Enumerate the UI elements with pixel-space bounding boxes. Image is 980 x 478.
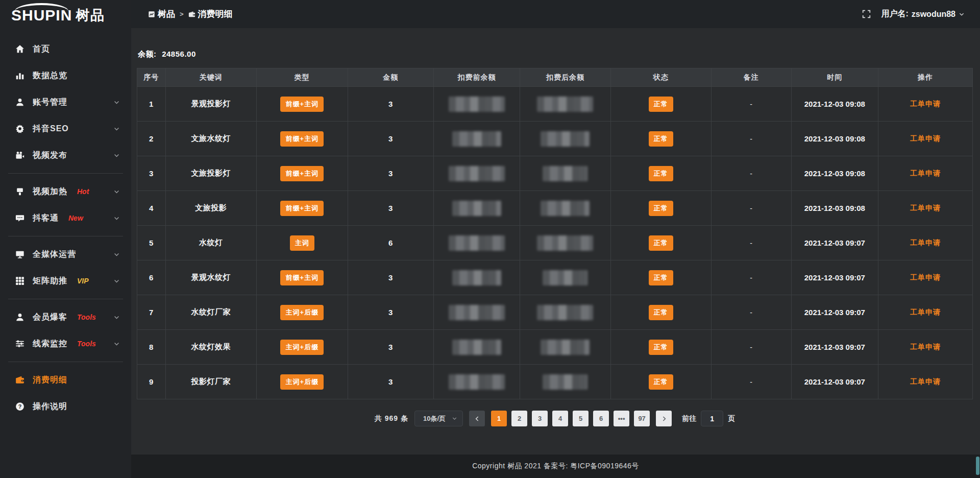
cell-amount: 3 [348, 122, 434, 156]
cell-amount: 3 [348, 191, 434, 226]
column-header-6: 状态 [611, 68, 711, 87]
cell-index: 3 [137, 156, 166, 191]
type-badge: 主词+后缀 [280, 374, 324, 390]
goto-page-input[interactable] [701, 411, 723, 426]
sidebar-item-video-heat[interactable]: 视频加热 Hot [0, 178, 131, 205]
sidebar-item-home[interactable]: 首页 [0, 36, 131, 62]
chevron-down-icon [113, 126, 120, 132]
app-logo[interactable]: SHUPIN 树品 [0, 0, 131, 31]
sidebar-item-douketong[interactable]: 抖客通 New [0, 205, 131, 231]
cell-balance-before [434, 260, 520, 295]
work-order-link[interactable]: 工单申请 [910, 204, 941, 212]
status-badge: 正常 [649, 305, 673, 320]
cell-action: 工单申请 [878, 87, 972, 122]
page-ellipsis-button[interactable]: ••• [614, 411, 629, 426]
sidebar-item-label: 视频加热 [33, 186, 67, 197]
sidebar-item-video-publish[interactable]: 视频发布 [0, 142, 131, 169]
sidebar-item-data-overview[interactable]: 数据总览 [0, 62, 131, 89]
censored-value [452, 340, 501, 355]
menu-divider [8, 299, 123, 299]
home-icon [15, 44, 25, 54]
fullscreen-icon[interactable] [862, 10, 871, 18]
page-button-4[interactable]: 4 [552, 411, 568, 426]
cell-keyword: 水纹灯效果 [165, 330, 256, 365]
work-order-link[interactable]: 工单申请 [910, 100, 941, 108]
cell-balance-after [520, 330, 610, 365]
page-size-select[interactable]: 10条/页 [414, 411, 463, 426]
cell-balance-before [434, 87, 520, 122]
cell-remark: - [711, 191, 791, 226]
cell-remark: - [711, 122, 791, 156]
pagination: 共 969 条 10条/页 123456•••97 前往 页 [137, 411, 973, 426]
page-button-3[interactable]: 3 [532, 411, 548, 426]
censored-value [541, 340, 590, 355]
work-order-link[interactable]: 工单申请 [910, 377, 941, 386]
cell-status: 正常 [611, 191, 711, 226]
breadcrumb-current[interactable]: 消费明细 [188, 8, 233, 20]
sidebar-item-badge: VIP [77, 277, 89, 285]
status-badge: 正常 [649, 374, 673, 390]
page-button-2[interactable]: 2 [511, 411, 527, 426]
sidebar-item-account-management[interactable]: 账号管理 [0, 89, 131, 115]
chevron-down-icon [113, 152, 120, 159]
balance-label: 余额: [138, 50, 157, 58]
page-button-1[interactable]: 1 [491, 411, 507, 426]
work-order-link[interactable]: 工单申请 [910, 308, 941, 316]
cell-keyword: 文旅投影灯 [165, 156, 256, 191]
cell-status: 正常 [611, 260, 711, 295]
cell-amount: 3 [348, 365, 434, 399]
work-order-link[interactable]: 工单申请 [910, 238, 941, 247]
breadcrumb-current-label: 消费明细 [198, 8, 233, 20]
sidebar-item-label: 数据总览 [33, 70, 67, 81]
user-menu[interactable]: 用户名: zswodun88 [881, 9, 965, 19]
table-header-row: 序号关键词类型金额扣费前余额扣费后余额状态备注时间操作 [137, 68, 973, 87]
type-badge: 前缀+主词 [280, 270, 324, 285]
menu-divider [8, 362, 123, 362]
page-button-5[interactable]: 5 [573, 411, 589, 426]
page-button-97[interactable]: 97 [634, 411, 650, 426]
chat-icon [15, 213, 25, 223]
cell-type: 主词+后缀 [257, 330, 348, 365]
table-row: 5 水纹灯 主词 6 正常 - 2021-12-03 09:07 工单申请 [137, 226, 973, 260]
wallet-icon [188, 11, 195, 18]
sidebar-item-member-baoke[interactable]: 会员爆客 Tools [0, 304, 131, 330]
sliders-icon [15, 339, 25, 349]
wallet-icon [15, 375, 25, 385]
cell-index: 6 [137, 260, 166, 295]
table-row: 2 文旅水纹灯 前缀+主词 3 正常 - 2021-12-03 09:08 工单… [137, 122, 973, 156]
sidebar-item-badge: Tools [77, 340, 96, 348]
column-header-7: 备注 [711, 68, 791, 87]
sidebar-item-matrix-boost[interactable]: 矩阵助推 VIP [0, 268, 131, 294]
cell-keyword: 景观投影灯 [165, 87, 256, 122]
prev-page-button[interactable] [469, 411, 485, 426]
work-order-link[interactable]: 工单申请 [910, 169, 941, 177]
scrollbar-thumb[interactable] [976, 457, 979, 475]
next-page-button[interactable] [656, 411, 672, 426]
heat-icon [15, 187, 25, 197]
chart-icon [15, 71, 25, 81]
work-order-link[interactable]: 工单申请 [910, 134, 941, 142]
sidebar-item-consumption-detail[interactable]: 消费明细 [0, 367, 131, 393]
sidebar-item-douyin-seo[interactable]: 抖音SEO [0, 115, 131, 142]
work-order-link[interactable]: 工单申请 [910, 343, 941, 351]
sidebar-item-operation-guide[interactable]: ? 操作说明 [0, 393, 131, 420]
cell-amount: 3 [348, 295, 434, 330]
table-row: 6 景观水纹灯 前缀+主词 3 正常 - 2021-12-03 09:07 工单… [137, 260, 973, 295]
cell-action: 工单申请 [878, 260, 972, 295]
censored-value [537, 97, 593, 112]
page-button-6[interactable]: 6 [593, 411, 609, 426]
cell-time: 2021-12-03 09:08 [791, 156, 878, 191]
work-order-link[interactable]: 工单申请 [910, 273, 941, 281]
total-count: 共 969 条 [375, 414, 408, 423]
cell-type: 前缀+主词 [257, 122, 348, 156]
column-header-2: 类型 [257, 68, 348, 87]
cell-time: 2021-12-03 09:07 [791, 226, 878, 260]
status-badge: 正常 [649, 201, 673, 216]
cell-action: 工单申请 [878, 156, 972, 191]
sidebar-item-clue-monitor[interactable]: 线索监控 Tools [0, 330, 131, 357]
sidebar-item-label: 会员爆客 [33, 312, 67, 323]
status-badge: 正常 [649, 340, 673, 355]
cell-index: 8 [137, 330, 166, 365]
breadcrumb-root[interactable]: 树品 [148, 8, 175, 20]
sidebar-item-omnimedia-operation[interactable]: 全媒体运营 [0, 241, 131, 268]
